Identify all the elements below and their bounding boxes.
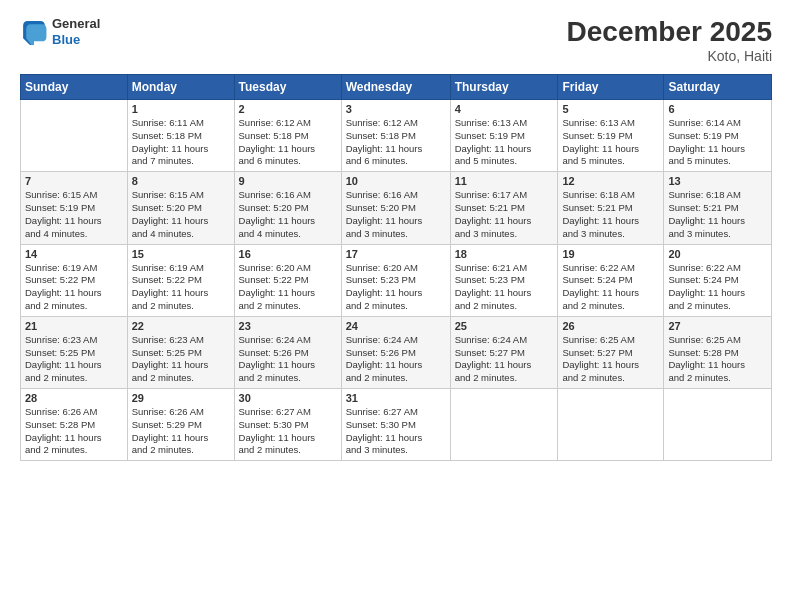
day-info: Sunrise: 6:20 AM Sunset: 5:23 PM Dayligh…	[346, 262, 446, 313]
calendar-cell: 18Sunrise: 6:21 AM Sunset: 5:23 PM Dayli…	[450, 244, 558, 316]
day-number: 18	[455, 248, 554, 260]
col-wednesday: Wednesday	[341, 75, 450, 100]
col-monday: Monday	[127, 75, 234, 100]
day-number: 27	[668, 320, 767, 332]
calendar-cell: 15Sunrise: 6:19 AM Sunset: 5:22 PM Dayli…	[127, 244, 234, 316]
day-number: 14	[25, 248, 123, 260]
calendar-cell: 17Sunrise: 6:20 AM Sunset: 5:23 PM Dayli…	[341, 244, 450, 316]
calendar-cell: 4Sunrise: 6:13 AM Sunset: 5:19 PM Daylig…	[450, 100, 558, 172]
day-info: Sunrise: 6:22 AM Sunset: 5:24 PM Dayligh…	[562, 262, 659, 313]
day-number: 6	[668, 103, 767, 115]
day-number: 10	[346, 175, 446, 187]
calendar-cell: 30Sunrise: 6:27 AM Sunset: 5:30 PM Dayli…	[234, 389, 341, 461]
header-row: Sunday Monday Tuesday Wednesday Thursday…	[21, 75, 772, 100]
calendar-week-0: 1Sunrise: 6:11 AM Sunset: 5:18 PM Daylig…	[21, 100, 772, 172]
day-info: Sunrise: 6:12 AM Sunset: 5:18 PM Dayligh…	[346, 117, 446, 168]
col-friday: Friday	[558, 75, 664, 100]
day-info: Sunrise: 6:27 AM Sunset: 5:30 PM Dayligh…	[346, 406, 446, 457]
day-info: Sunrise: 6:19 AM Sunset: 5:22 PM Dayligh…	[25, 262, 123, 313]
calendar-week-3: 21Sunrise: 6:23 AM Sunset: 5:25 PM Dayli…	[21, 316, 772, 388]
day-info: Sunrise: 6:25 AM Sunset: 5:27 PM Dayligh…	[562, 334, 659, 385]
day-number: 1	[132, 103, 230, 115]
page: General Blue December 2025 Koto, Haiti S…	[0, 0, 792, 612]
calendar-cell: 2Sunrise: 6:12 AM Sunset: 5:18 PM Daylig…	[234, 100, 341, 172]
day-number: 28	[25, 392, 123, 404]
day-info: Sunrise: 6:26 AM Sunset: 5:29 PM Dayligh…	[132, 406, 230, 457]
col-tuesday: Tuesday	[234, 75, 341, 100]
page-subtitle: Koto, Haiti	[567, 48, 772, 64]
calendar-table: Sunday Monday Tuesday Wednesday Thursday…	[20, 74, 772, 461]
col-saturday: Saturday	[664, 75, 772, 100]
day-info: Sunrise: 6:21 AM Sunset: 5:23 PM Dayligh…	[455, 262, 554, 313]
day-number: 8	[132, 175, 230, 187]
day-info: Sunrise: 6:13 AM Sunset: 5:19 PM Dayligh…	[562, 117, 659, 168]
col-thursday: Thursday	[450, 75, 558, 100]
calendar-cell: 22Sunrise: 6:23 AM Sunset: 5:25 PM Dayli…	[127, 316, 234, 388]
day-number: 12	[562, 175, 659, 187]
day-info: Sunrise: 6:18 AM Sunset: 5:21 PM Dayligh…	[562, 189, 659, 240]
calendar-cell: 16Sunrise: 6:20 AM Sunset: 5:22 PM Dayli…	[234, 244, 341, 316]
calendar-cell: 23Sunrise: 6:24 AM Sunset: 5:26 PM Dayli…	[234, 316, 341, 388]
calendar-body: 1Sunrise: 6:11 AM Sunset: 5:18 PM Daylig…	[21, 100, 772, 461]
calendar-cell: 11Sunrise: 6:17 AM Sunset: 5:21 PM Dayli…	[450, 172, 558, 244]
day-number: 19	[562, 248, 659, 260]
day-info: Sunrise: 6:23 AM Sunset: 5:25 PM Dayligh…	[25, 334, 123, 385]
logo-text: General Blue	[52, 16, 100, 47]
day-number: 11	[455, 175, 554, 187]
day-number: 15	[132, 248, 230, 260]
calendar-cell: 29Sunrise: 6:26 AM Sunset: 5:29 PM Dayli…	[127, 389, 234, 461]
calendar-week-1: 7Sunrise: 6:15 AM Sunset: 5:19 PM Daylig…	[21, 172, 772, 244]
day-info: Sunrise: 6:18 AM Sunset: 5:21 PM Dayligh…	[668, 189, 767, 240]
calendar-cell	[21, 100, 128, 172]
day-number: 13	[668, 175, 767, 187]
day-number: 2	[239, 103, 337, 115]
day-number: 7	[25, 175, 123, 187]
day-number: 24	[346, 320, 446, 332]
day-number: 23	[239, 320, 337, 332]
day-number: 16	[239, 248, 337, 260]
logo-blue: Blue	[52, 32, 100, 48]
day-number: 29	[132, 392, 230, 404]
calendar-cell: 27Sunrise: 6:25 AM Sunset: 5:28 PM Dayli…	[664, 316, 772, 388]
day-info: Sunrise: 6:23 AM Sunset: 5:25 PM Dayligh…	[132, 334, 230, 385]
calendar-cell: 21Sunrise: 6:23 AM Sunset: 5:25 PM Dayli…	[21, 316, 128, 388]
calendar-cell: 6Sunrise: 6:14 AM Sunset: 5:19 PM Daylig…	[664, 100, 772, 172]
day-info: Sunrise: 6:24 AM Sunset: 5:26 PM Dayligh…	[346, 334, 446, 385]
calendar-cell: 25Sunrise: 6:24 AM Sunset: 5:27 PM Dayli…	[450, 316, 558, 388]
day-info: Sunrise: 6:16 AM Sunset: 5:20 PM Dayligh…	[346, 189, 446, 240]
day-number: 5	[562, 103, 659, 115]
day-info: Sunrise: 6:15 AM Sunset: 5:19 PM Dayligh…	[25, 189, 123, 240]
calendar-cell: 9Sunrise: 6:16 AM Sunset: 5:20 PM Daylig…	[234, 172, 341, 244]
calendar-cell: 31Sunrise: 6:27 AM Sunset: 5:30 PM Dayli…	[341, 389, 450, 461]
day-info: Sunrise: 6:22 AM Sunset: 5:24 PM Dayligh…	[668, 262, 767, 313]
day-info: Sunrise: 6:19 AM Sunset: 5:22 PM Dayligh…	[132, 262, 230, 313]
title-block: December 2025 Koto, Haiti	[567, 16, 772, 64]
page-title: December 2025	[567, 16, 772, 48]
calendar-cell: 5Sunrise: 6:13 AM Sunset: 5:19 PM Daylig…	[558, 100, 664, 172]
day-number: 3	[346, 103, 446, 115]
calendar-cell: 12Sunrise: 6:18 AM Sunset: 5:21 PM Dayli…	[558, 172, 664, 244]
day-info: Sunrise: 6:11 AM Sunset: 5:18 PM Dayligh…	[132, 117, 230, 168]
day-number: 31	[346, 392, 446, 404]
calendar-cell: 1Sunrise: 6:11 AM Sunset: 5:18 PM Daylig…	[127, 100, 234, 172]
day-number: 17	[346, 248, 446, 260]
calendar-cell: 10Sunrise: 6:16 AM Sunset: 5:20 PM Dayli…	[341, 172, 450, 244]
logo-general: General	[52, 16, 100, 32]
calendar-cell: 7Sunrise: 6:15 AM Sunset: 5:19 PM Daylig…	[21, 172, 128, 244]
calendar-cell: 8Sunrise: 6:15 AM Sunset: 5:20 PM Daylig…	[127, 172, 234, 244]
calendar-cell	[664, 389, 772, 461]
day-info: Sunrise: 6:26 AM Sunset: 5:28 PM Dayligh…	[25, 406, 123, 457]
day-info: Sunrise: 6:13 AM Sunset: 5:19 PM Dayligh…	[455, 117, 554, 168]
calendar-cell	[450, 389, 558, 461]
calendar-cell: 3Sunrise: 6:12 AM Sunset: 5:18 PM Daylig…	[341, 100, 450, 172]
day-info: Sunrise: 6:24 AM Sunset: 5:26 PM Dayligh…	[239, 334, 337, 385]
day-info: Sunrise: 6:16 AM Sunset: 5:20 PM Dayligh…	[239, 189, 337, 240]
logo-icon	[20, 18, 48, 46]
day-number: 22	[132, 320, 230, 332]
calendar-header: Sunday Monday Tuesday Wednesday Thursday…	[21, 75, 772, 100]
col-sunday: Sunday	[21, 75, 128, 100]
day-info: Sunrise: 6:27 AM Sunset: 5:30 PM Dayligh…	[239, 406, 337, 457]
calendar-cell: 28Sunrise: 6:26 AM Sunset: 5:28 PM Dayli…	[21, 389, 128, 461]
day-info: Sunrise: 6:25 AM Sunset: 5:28 PM Dayligh…	[668, 334, 767, 385]
day-number: 20	[668, 248, 767, 260]
